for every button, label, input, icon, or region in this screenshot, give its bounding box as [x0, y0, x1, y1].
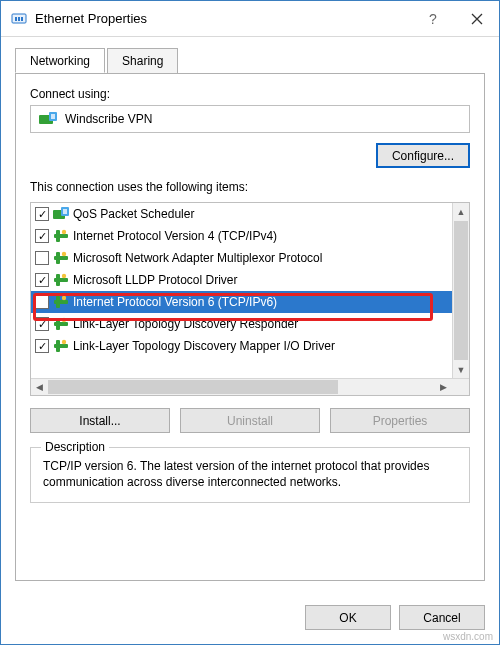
protocol-icon	[53, 229, 69, 243]
description-legend: Description	[41, 440, 109, 454]
help-button[interactable]: ?	[411, 4, 455, 34]
list-item-label: Internet Protocol Version 4 (TCP/IPv4)	[73, 229, 277, 243]
adapter-box[interactable]: Windscribe VPN	[30, 105, 470, 133]
protocol-icon	[53, 295, 69, 309]
svg-rect-26	[56, 340, 60, 352]
checkbox[interactable]	[35, 251, 49, 265]
horizontal-scrollbar[interactable]: ◀ ▶	[31, 378, 469, 395]
ethernet-properties-window: Ethernet Properties ? Networking Sharing…	[0, 0, 500, 645]
connect-using-label: Connect using:	[30, 87, 470, 101]
svg-rect-3	[21, 17, 23, 21]
list-item-label: Microsoft Network Adapter Multiplexor Pr…	[73, 251, 322, 265]
install-button[interactable]: Install...	[30, 408, 170, 433]
list-item[interactable]: ✓Link-Layer Topology Discovery Responder	[31, 313, 452, 335]
watermark: wsxdn.com	[443, 631, 493, 642]
svg-point-12	[62, 230, 66, 234]
list-item[interactable]: ✓Internet Protocol Version 4 (TCP/IPv4)	[31, 225, 452, 247]
ethernet-icon	[11, 11, 27, 27]
scroll-right-icon[interactable]: ▶	[435, 379, 452, 395]
items-listbox[interactable]: ✓QoS Packet Scheduler✓Internet Protocol …	[30, 202, 470, 396]
list-item-label: Microsoft LLDP Protocol Driver	[73, 273, 238, 287]
items-label: This connection uses the following items…	[30, 180, 470, 194]
tab-networking[interactable]: Networking	[15, 48, 105, 73]
networking-panel: Connect using: Windscribe VPN Configure.…	[15, 73, 485, 581]
protocol-icon	[53, 251, 69, 265]
svg-rect-6	[51, 114, 55, 119]
svg-point-15	[62, 252, 66, 256]
checkbox[interactable]: ✓	[35, 339, 49, 353]
hscroll-thumb[interactable]	[48, 380, 338, 394]
protocol-icon	[53, 339, 69, 353]
scroll-up-icon[interactable]: ▲	[453, 203, 469, 220]
list-item[interactable]: ✓QoS Packet Scheduler	[31, 203, 452, 225]
item-actions: Install... Uninstall Properties	[30, 408, 470, 433]
svg-rect-2	[18, 17, 20, 21]
svg-point-21	[62, 296, 66, 300]
scroll-corner	[452, 379, 469, 395]
description-group: Description TCP/IP version 6. The latest…	[30, 447, 470, 503]
protocol-icon	[53, 317, 69, 331]
description-text: TCP/IP version 6. The latest version of …	[43, 458, 457, 490]
checkbox[interactable]: ✓	[35, 317, 49, 331]
list-item[interactable]: ✓Link-Layer Topology Discovery Mapper I/…	[31, 335, 452, 357]
checkbox[interactable]: ✓	[35, 229, 49, 243]
list-item-label: Internet Protocol Version 6 (TCP/IPv6)	[73, 295, 277, 309]
checkbox[interactable]	[35, 295, 49, 309]
qos-icon	[53, 207, 69, 221]
svg-rect-23	[56, 318, 60, 330]
svg-rect-9	[63, 209, 67, 214]
configure-button[interactable]: Configure...	[376, 143, 470, 168]
vertical-scrollbar[interactable]: ▲ ▼	[452, 203, 469, 378]
scroll-left-icon[interactable]: ◀	[31, 379, 48, 395]
svg-point-24	[62, 318, 66, 322]
svg-rect-17	[56, 274, 60, 286]
list-item[interactable]: Microsoft Network Adapter Multiplexor Pr…	[31, 247, 452, 269]
checkbox[interactable]: ✓	[35, 273, 49, 287]
list-item-label: Link-Layer Topology Discovery Responder	[73, 317, 298, 331]
adapter-name: Windscribe VPN	[65, 112, 152, 126]
close-button[interactable]	[455, 4, 499, 34]
svg-point-18	[62, 274, 66, 278]
checkbox[interactable]: ✓	[35, 207, 49, 221]
svg-point-27	[62, 340, 66, 344]
cancel-button[interactable]: Cancel	[399, 605, 485, 630]
tabs: Networking Sharing	[15, 48, 485, 74]
svg-rect-20	[56, 296, 60, 308]
svg-rect-11	[56, 230, 60, 242]
window-controls: ?	[411, 4, 499, 34]
svg-rect-1	[15, 17, 17, 21]
window-title: Ethernet Properties	[35, 11, 411, 26]
protocol-icon	[53, 273, 69, 287]
scroll-down-icon[interactable]: ▼	[453, 361, 469, 378]
list-item-label: QoS Packet Scheduler	[73, 207, 194, 221]
list-item-label: Link-Layer Topology Discovery Mapper I/O…	[73, 339, 335, 353]
ok-button[interactable]: OK	[305, 605, 391, 630]
titlebar: Ethernet Properties ?	[1, 1, 499, 37]
nic-icon	[39, 112, 57, 126]
svg-rect-14	[56, 252, 60, 264]
properties-button: Properties	[330, 408, 470, 433]
tab-sharing[interactable]: Sharing	[107, 48, 178, 73]
list-item[interactable]: ✓Microsoft LLDP Protocol Driver	[31, 269, 452, 291]
scroll-thumb[interactable]	[454, 221, 468, 360]
uninstall-button: Uninstall	[180, 408, 320, 433]
dialog-footer: OK Cancel	[1, 595, 499, 644]
list-item[interactable]: Internet Protocol Version 6 (TCP/IPv6)	[31, 291, 452, 313]
